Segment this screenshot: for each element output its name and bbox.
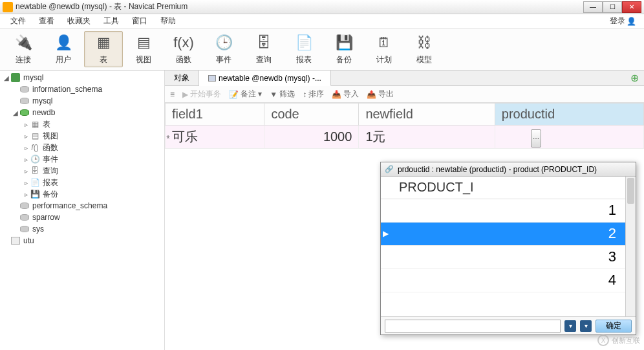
popup-row[interactable]: 1 (381, 199, 625, 222)
popup-ok-button[interactable]: 确定 (596, 320, 632, 333)
col-field1[interactable]: field1 (166, 104, 264, 126)
toolbar-用户[interactable]: 👤用户 (44, 31, 83, 67)
popup-titlebar[interactable]: 🔗 prdouctid : newtable (productid) - pro… (381, 162, 636, 177)
memo-button[interactable]: 📝 备注 ▾ (229, 89, 262, 100)
row-edit-marker: * (165, 127, 171, 149)
fx-icon: f(x) (175, 34, 193, 52)
cell-field1[interactable]: 可乐 (166, 126, 264, 149)
tree-node-事件[interactable]: ▹🕒事件 (0, 153, 164, 165)
table-icon: ▦ (94, 34, 113, 52)
toolbar-视图[interactable]: ▤视图 (124, 31, 163, 67)
popup-scrollbar[interactable] (625, 177, 636, 316)
tree-conn-utu[interactable]: utu (0, 235, 164, 246)
user-icon: 👤 (54, 34, 72, 52)
popup-row[interactable]: 4 (381, 268, 625, 292)
popup-filter-1-button[interactable]: ▾ (564, 320, 576, 332)
tab-newtable[interactable]: newtable @newdb (mysql) -... (199, 71, 331, 86)
tree-db-sparrow[interactable]: sparrow (0, 212, 164, 223)
fk-picker-button[interactable]: ⋯ (531, 129, 541, 148)
plug-icon: 🔌 (14, 34, 32, 52)
event-icon: 🕒 (215, 34, 233, 52)
menu-help[interactable]: 帮助 (154, 16, 182, 27)
tree-db-information_schema[interactable]: information_schema (0, 83, 164, 95)
watermark: X 创新互联 (597, 334, 640, 346)
popup-filter-2-button[interactable]: ▾ (580, 320, 592, 332)
toolbar-计划[interactable]: 🗓计划 (365, 31, 403, 67)
tree-node-表[interactable]: ▹▦表 (0, 118, 164, 130)
popup-search-input[interactable] (385, 320, 561, 333)
view-icon: ▤ (134, 34, 153, 52)
toolbar-报表[interactable]: 📄报表 (284, 31, 323, 67)
begin-transaction-button[interactable]: ▶ 开始事务 (182, 89, 221, 100)
tree-node-查询[interactable]: ▹🗄查询 (0, 165, 164, 177)
tree-node-报表[interactable]: ▹📄报表 (0, 177, 164, 188)
toolbar-备份[interactable]: 💾备份 (325, 31, 363, 67)
toolbar-函数[interactable]: f(x)函数 (164, 31, 203, 67)
tree-node-函数[interactable]: ▹f()函数 (0, 142, 164, 153)
tree-db-sys[interactable]: sys (0, 223, 164, 235)
toolbar-查询[interactable]: 🗄查询 (244, 31, 283, 67)
toolbar-事件[interactable]: 🕒事件 (204, 31, 243, 67)
cell-code[interactable]: 1000 (264, 126, 359, 149)
menu-favorites[interactable]: 收藏夹 (61, 16, 97, 27)
col-newfield[interactable]: newfield (359, 104, 495, 126)
tree-db-newdb[interactable]: ◢newdb (0, 107, 164, 118)
menu-tools[interactable]: 工具 (97, 16, 125, 27)
col-code[interactable]: code (264, 104, 359, 126)
tab-add-button[interactable]: ⊕ (625, 71, 644, 85)
menu-bar: 文件 查看 收藏夹 工具 窗口 帮助 登录 👤 (0, 14, 644, 28)
tab-objects[interactable]: 对象 (165, 71, 199, 85)
popup-row[interactable]: ▶2 (381, 222, 625, 245)
watermark-logo-icon: X (597, 334, 609, 346)
tree-node-备份[interactable]: ▹💾备份 (0, 188, 164, 200)
tree-db-performance_schema[interactable]: performance_schema (0, 200, 164, 212)
col-productid[interactable]: productid (495, 104, 643, 126)
app-icon (3, 2, 13, 12)
minimize-button[interactable]: — (583, 1, 603, 13)
backup-icon: 💾 (335, 34, 353, 52)
editor-tabs: 对象 newtable @newdb (mysql) -... ⊕ (165, 71, 644, 86)
filter-button[interactable]: ▼ 筛选 (270, 89, 295, 100)
window-controls: — ☐ ✕ (583, 1, 641, 13)
fk-lookup-popup: 🔗 prdouctid : newtable (productid) - pro… (380, 162, 636, 335)
popup-row[interactable]: 3 (381, 245, 625, 268)
main-toolbar: 🔌连接👤用户▦表▤视图f(x)函数🕒事件🗄查询📄报表💾备份🗓计划⛓模型 (0, 28, 644, 71)
report-icon: 📄 (295, 34, 313, 52)
export-button[interactable]: 📤 导出 (367, 89, 394, 100)
link-icon: 🔗 (385, 165, 394, 173)
user-icon: 👤 (627, 17, 636, 26)
window-titlebar: newtable @newdb (mysql) - 表 - Navicat Pr… (0, 0, 644, 14)
import-button[interactable]: 📥 导入 (332, 89, 359, 100)
close-button[interactable]: ✕ (622, 1, 641, 13)
toolbar-模型[interactable]: ⛓模型 (405, 31, 444, 67)
connection-tree[interactable]: ◢mysqlinformation_schemamysql◢newdb▹▦表▹▤… (0, 71, 165, 350)
menu-view[interactable]: 查看 (32, 16, 61, 27)
table-row[interactable]: 可乐 1000 1元 (166, 126, 644, 149)
tree-conn-mysql[interactable]: ◢mysql (0, 72, 164, 83)
tree-db-mysql[interactable]: mysql (0, 95, 164, 107)
cell-newfield[interactable]: 1元 (359, 126, 495, 149)
cell-productid[interactable] (495, 126, 643, 149)
menu-window[interactable]: 窗口 (125, 16, 154, 27)
tree-node-视图[interactable]: ▹▤视图 (0, 130, 164, 142)
maximize-button[interactable]: ☐ (603, 1, 622, 13)
query-icon: 🗄 (255, 34, 273, 52)
menu-file[interactable]: 文件 (4, 16, 32, 27)
popup-title-text: prdouctid : newtable (productid) - produ… (398, 165, 597, 174)
table-icon (208, 75, 216, 82)
plan-icon: 🗓 (375, 34, 393, 52)
grid-toolbar: ≡ ▶ 开始事务 📝 备注 ▾ ▼ 筛选 ↕ 排序 📥 导入 📤 导出 (165, 86, 644, 103)
window-title: newtable @newdb (mysql) - 表 - Navicat Pr… (16, 1, 583, 12)
hamburger-button[interactable]: ≡ (170, 90, 175, 99)
popup-col-header[interactable]: PRODUCT_I (390, 177, 625, 199)
login-button[interactable]: 登录 👤 (606, 16, 640, 27)
toolbar-表[interactable]: ▦表 (84, 31, 123, 67)
model-icon: ⛓ (415, 34, 433, 52)
popup-grid[interactable]: PRODUCT_I 1▶234 (381, 177, 625, 316)
toolbar-连接[interactable]: 🔌连接 (4, 31, 43, 67)
popup-footer: ▾ ▾ 确定 (381, 316, 636, 334)
sort-button[interactable]: ↕ 排序 (303, 89, 324, 100)
